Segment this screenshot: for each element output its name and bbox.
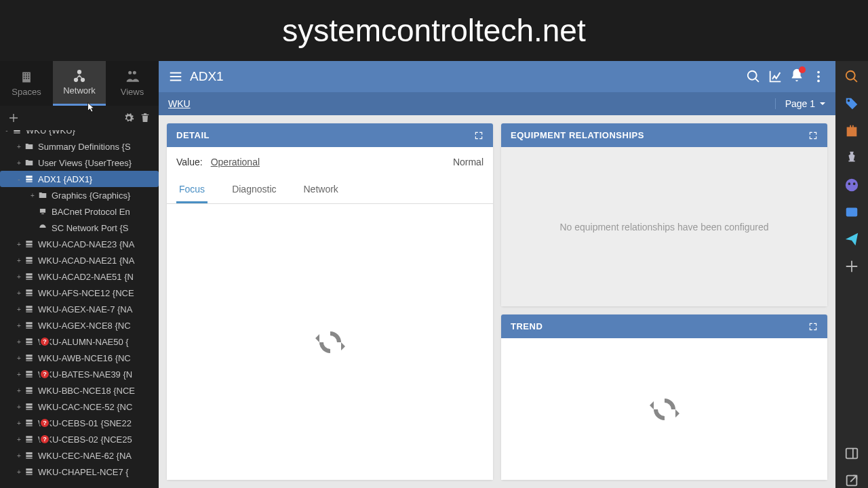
nav-tab-spaces[interactable]: Spaces (0, 61, 53, 106)
status-text: Normal (453, 157, 484, 167)
left-panel: Spaces Network Views -WKU {WKU}+Summary … (0, 61, 159, 488)
relationships-panel-header: EQUIPMENT RELATIONSHIPS (501, 123, 827, 147)
tree-item[interactable]: +Summary Definitions {S (0, 138, 159, 155)
rail-tag-icon[interactable] (844, 96, 859, 111)
tree-item[interactable]: +Graphics {Graphics} (0, 187, 159, 203)
trend-loading (501, 338, 827, 480)
expand-icon[interactable] (808, 322, 818, 331)
add-icon[interactable] (8, 113, 19, 123)
tree-item[interactable]: +WKU-BATES-NAE39 {N (0, 366, 159, 382)
page-title: ADX1 (190, 69, 224, 84)
rail-copilot-icon[interactable] (844, 178, 859, 192)
menu-dots-icon[interactable] (811, 69, 826, 84)
empty-text: No equipment relationships have been con… (559, 222, 768, 232)
tree-item[interactable]: +WKU-AFS-NCE12 {NCE (0, 285, 159, 301)
gear-icon[interactable] (123, 113, 134, 123)
nav-tabs: Spaces Network Views (0, 61, 159, 106)
chevron-down-icon (819, 100, 826, 107)
rail-outlook-icon[interactable] (844, 205, 859, 220)
tree-item[interactable]: +WKU-CAC-NCE-52 {NC (0, 399, 159, 415)
detail-panel-header: DETAIL (167, 123, 493, 147)
panel-title: TREND (511, 321, 542, 331)
relationships-panel: EQUIPMENT RELATIONSHIPS No equipment rel… (501, 123, 827, 306)
tree-root[interactable]: -WKU {WKU} (0, 130, 159, 138)
svg-rect-3 (846, 208, 858, 217)
detail-tabs: Focus Diagnostic Network (167, 177, 493, 204)
rail-popout-icon[interactable] (844, 473, 859, 488)
right-rail (835, 61, 868, 488)
tree-item[interactable]: +WKU-AWB-NCE16 {NC (0, 350, 159, 366)
main-header: ADX1 (159, 61, 835, 92)
tree-item[interactable]: BACnet Protocol En (0, 203, 159, 220)
rail-briefcase-icon[interactable] (844, 123, 859, 138)
tab-diagnostic[interactable]: Diagnostic (229, 177, 279, 203)
rail-chess-icon[interactable] (844, 150, 859, 165)
watermark-text: systemcontroltech.net (0, 0, 868, 61)
nav-label: Network (63, 85, 96, 96)
tree-item[interactable]: +WKU-ACAD-NAE23 {NA (0, 236, 159, 252)
panel-title: EQUIPMENT RELATIONSHIPS (511, 130, 644, 140)
breadcrumb[interactable]: WKU (168, 98, 191, 109)
page-selector[interactable]: Page 1 (775, 98, 826, 109)
breadcrumb-bar: WKU Page 1 (159, 92, 835, 115)
cursor-icon (85, 102, 97, 114)
tree-item[interactable]: SC Network Port {S (0, 220, 159, 236)
tree-toolbar (0, 106, 159, 130)
network-icon (73, 69, 86, 83)
tree-item[interactable]: +WKU-CEC-NAE-62 {NA (0, 447, 159, 464)
detail-value-row: Value: Operational Normal (167, 147, 493, 177)
alert-badge (39, 369, 50, 380)
tree-item[interactable]: +WKU-ACAD2-NAE51 {N (0, 268, 159, 285)
expand-icon[interactable] (474, 131, 484, 140)
tab-focus[interactable]: Focus (176, 177, 208, 203)
notifications-button[interactable] (789, 68, 804, 85)
trash-icon[interactable] (140, 113, 151, 123)
rail-panel-icon[interactable] (844, 446, 859, 461)
tree-item[interactable]: +WKU-CHAPEL-NCE7 { (0, 464, 159, 480)
building-icon (20, 70, 33, 84)
detail-panel: DETAIL Value: Operational Normal Focus D… (167, 123, 493, 480)
rail-send-icon[interactable] (844, 232, 859, 247)
tree[interactable]: -WKU {WKU}+Summary Definitions {S+User V… (0, 130, 159, 488)
tab-network[interactable]: Network (301, 177, 341, 203)
tree-item[interactable]: -ADX1 {ADX1} (0, 171, 159, 187)
detail-loading (167, 204, 493, 480)
app-container: Spaces Network Views -WKU {WKU}+Summary … (0, 61, 868, 488)
alert-badge (39, 434, 50, 445)
tree-item[interactable]: +WKU-CEBS-01 {SNE22 (0, 415, 159, 431)
svg-point-0 (817, 71, 820, 74)
rail-add-icon[interactable] (844, 259, 859, 274)
content-area: DETAIL Value: Operational Normal Focus D… (159, 115, 835, 488)
views-icon (125, 70, 139, 84)
svg-point-1 (817, 75, 820, 78)
trend-panel-header: TREND (501, 314, 827, 338)
svg-point-2 (817, 80, 820, 83)
value-label: Value: (176, 157, 203, 167)
tree-item[interactable]: +WKU-CEBS-02 {NCE25 (0, 431, 159, 447)
panel-title: DETAIL (176, 130, 210, 140)
tree-item[interactable]: +WKU-ALUMN-NAE50 { (0, 333, 159, 350)
relationships-empty: No equipment relationships have been con… (501, 147, 827, 306)
expand-icon[interactable] (808, 131, 818, 140)
tree-item[interactable]: +User Views {UserTrees} (0, 155, 159, 171)
page-label: Page 1 (785, 98, 815, 109)
tree-item[interactable]: +WKU-ACAD-NAE21 {NA (0, 252, 159, 268)
tree-item[interactable]: +WKU-AGEX-NAE-7 {NA (0, 301, 159, 317)
search-icon[interactable] (746, 69, 761, 84)
trend-panel: TREND (501, 314, 827, 480)
chart-icon[interactable] (768, 69, 783, 84)
rail-search-icon[interactable] (844, 69, 859, 84)
value-link[interactable]: Operational (211, 157, 260, 167)
alert-badge (39, 336, 50, 347)
tree-item[interactable]: +WKU-BBC-NCE18 {NCE (0, 382, 159, 399)
nav-tab-network[interactable]: Network (53, 61, 106, 106)
nav-label: Views (121, 87, 144, 97)
tree-item[interactable]: +WKU-AGEX-NCE8 {NC (0, 317, 159, 333)
spinner-icon (314, 326, 347, 359)
alert-badge (39, 418, 50, 428)
spinner-icon (648, 393, 681, 426)
hamburger-icon[interactable] (168, 69, 183, 84)
nav-tab-views[interactable]: Views (106, 61, 159, 106)
notification-dot (799, 66, 806, 73)
nav-label: Spaces (12, 87, 41, 97)
